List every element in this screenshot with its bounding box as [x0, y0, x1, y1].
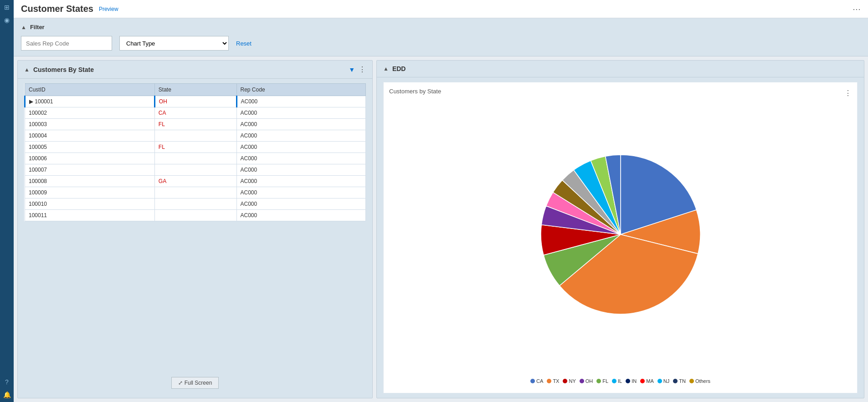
table-cell-repcode: AC000	[236, 210, 365, 221]
legend-dot	[673, 379, 678, 383]
legend-label: FL	[602, 378, 608, 384]
legend-label: NY	[569, 378, 575, 384]
full-screen-icon: ⤢	[178, 380, 183, 386]
legend-dot	[530, 379, 535, 383]
table-row: 100008	[25, 176, 155, 187]
table-cell-repcode: AC000	[236, 164, 365, 176]
table-row: 100010	[25, 198, 155, 210]
table-cell-state[interactable]: FL	[154, 119, 236, 130]
table-row: 100003	[25, 119, 155, 130]
table-cell-state	[154, 164, 236, 176]
table-cell-state	[154, 210, 236, 221]
header-menu-button[interactable]: ⋯	[853, 4, 861, 14]
legend-label: TX	[553, 378, 559, 384]
legend-item: TX	[547, 378, 559, 384]
sidebar-bell-icon[interactable]: 🔔	[3, 391, 11, 398]
legend-dot	[657, 379, 662, 383]
legend-item: FL	[596, 378, 608, 384]
table-cell-state[interactable]: CA	[154, 107, 236, 119]
table-panel-header: ▲ Customers By State ▼ ⋮	[18, 61, 372, 79]
table-panel-title: Customers By State	[33, 66, 345, 73]
chart-panel-title: EDD	[392, 65, 858, 72]
chart-legend: CATXNYOHFLILINMANJTNOthers	[389, 375, 852, 387]
table-cell-repcode: AC000	[236, 187, 365, 198]
filter-header[interactable]: ▲ Filter	[21, 24, 861, 31]
legend-item: NJ	[657, 378, 669, 384]
legend-dot	[626, 379, 630, 383]
legend-label: NJ	[663, 378, 669, 384]
legend-dot	[596, 379, 601, 383]
table-cell-repcode: AC000	[236, 142, 365, 153]
pie-chart-container	[389, 98, 852, 375]
table-cell-repcode: AC000	[236, 119, 365, 130]
table-cell-repcode: AC000	[236, 176, 365, 187]
table-row: 100007	[25, 164, 155, 176]
legend-label: OH	[586, 378, 593, 384]
legend-item: IN	[626, 378, 637, 384]
table-collapse-icon[interactable]: ▲	[24, 66, 30, 73]
legend-label: MA	[646, 378, 654, 384]
table-cell-state	[154, 198, 236, 210]
legend-label: IL	[618, 378, 622, 384]
table-cell-state	[154, 187, 236, 198]
legend-dot	[563, 379, 567, 383]
chart-subtitle: Customers by State	[389, 88, 441, 95]
legend-label: IN	[632, 378, 637, 384]
legend-item: MA	[640, 378, 654, 384]
col-state: State	[154, 84, 236, 96]
table-cell-state[interactable]: FL	[154, 142, 236, 153]
legend-dot	[612, 379, 616, 383]
legend-dot	[640, 379, 645, 383]
table-cell-repcode: AC000	[236, 198, 365, 210]
table-cell-state	[154, 130, 236, 142]
legend-label: CA	[536, 378, 543, 384]
col-custid: CustID	[25, 84, 155, 96]
preview-badge: Preview	[99, 6, 118, 12]
table-row: 100005	[25, 142, 155, 153]
legend-dot	[547, 379, 551, 383]
table-cell-state	[154, 153, 236, 164]
main-content: Customer States Preview ⋯ ▲ Filter Chart…	[14, 0, 868, 402]
table-container: CustID State Rep Code ▶ 100001OHAC000100…	[18, 79, 372, 373]
table-row: 100006	[25, 153, 155, 164]
legend-item: Others	[689, 378, 710, 384]
full-screen-button[interactable]: ⤢ Full Screen	[171, 377, 219, 389]
page-title: Customer States	[21, 4, 93, 14]
legend-label: TN	[679, 378, 686, 384]
chart-menu-icon[interactable]: ⋮	[844, 89, 852, 97]
table-row: 100011	[25, 210, 155, 221]
table-cell-state[interactable]: OH	[154, 96, 236, 107]
legend-item: OH	[580, 378, 593, 384]
sidebar-help-icon[interactable]: ?	[5, 378, 9, 386]
col-repcode: Rep Code	[236, 84, 365, 96]
table-row: ▶ 100001	[25, 96, 155, 107]
legend-item: NY	[563, 378, 575, 384]
legend-dot	[689, 379, 694, 383]
pie-chart-svg	[525, 150, 716, 323]
legend-dot	[580, 379, 584, 383]
chart-collapse-icon[interactable]: ▲	[383, 66, 389, 72]
table-panel: ▲ Customers By State ▼ ⋮ CustID State Re…	[17, 60, 373, 398]
table-menu-icon[interactable]: ⋮	[359, 65, 366, 74]
table-cell-state[interactable]: GA	[154, 176, 236, 187]
chart-type-select[interactable]: Chart Type	[119, 36, 229, 51]
chart-inner: Customers by State ⋮ CATXNYOHFLILINMANJT…	[383, 82, 858, 393]
customers-table: CustID State Rep Code ▶ 100001OHAC000100…	[24, 83, 366, 221]
filter-label: Filter	[30, 24, 45, 31]
legend-item: CA	[530, 378, 543, 384]
page-header: Customer States Preview ⋯	[14, 0, 868, 18]
table-row: 100004	[25, 130, 155, 142]
sidebar-circle-icon[interactable]: ◉	[4, 16, 10, 24]
table-filter-icon[interactable]: ▼	[349, 66, 355, 73]
table-row: 100002	[25, 107, 155, 119]
sales-rep-input[interactable]	[21, 36, 112, 51]
chart-title-row: Customers by State ⋮	[389, 88, 852, 98]
legend-item: TN	[673, 378, 686, 384]
filter-section: ▲ Filter Chart Type Reset	[14, 18, 868, 56]
table-cell-repcode: AC000	[236, 130, 365, 142]
legend-label: Others	[695, 378, 710, 384]
reset-button[interactable]: Reset	[236, 40, 252, 47]
sidebar: ⊞ ◉ ? 🔔	[0, 0, 14, 402]
sidebar-grid-icon[interactable]: ⊞	[4, 4, 10, 11]
filter-collapse-icon: ▲	[21, 24, 26, 31]
